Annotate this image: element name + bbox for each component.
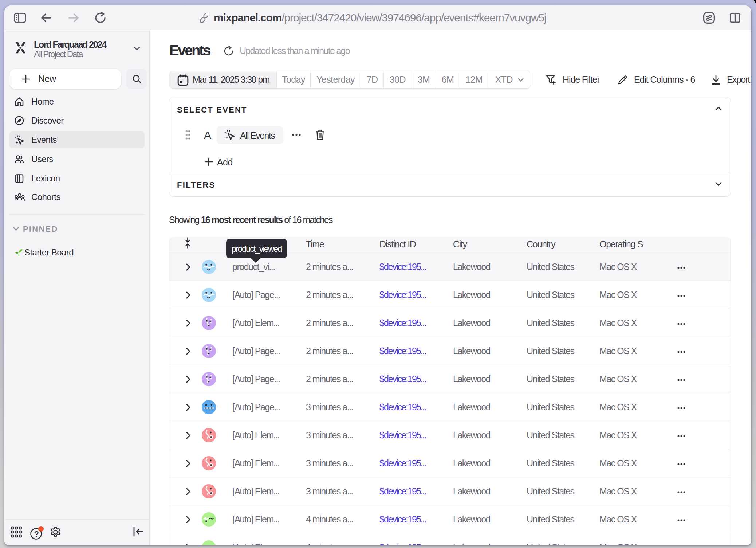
- svg-text:?: ?: [34, 529, 39, 539]
